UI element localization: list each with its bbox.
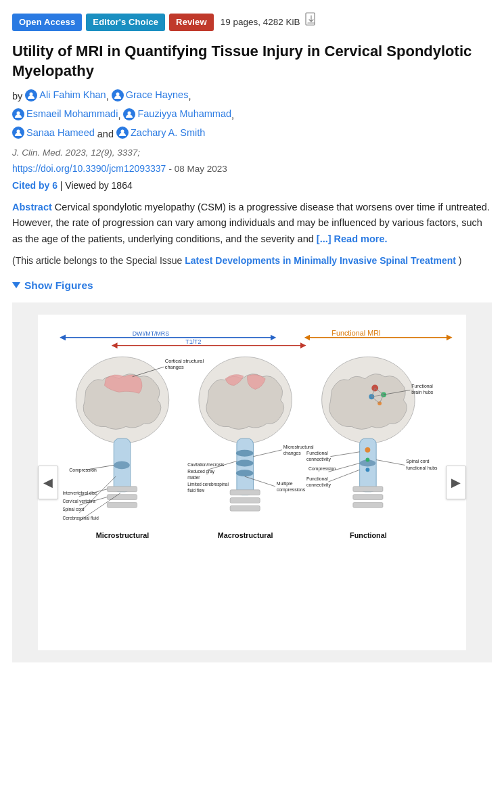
author-zachary-smith[interactable]: Zachary A. Smith — [116, 125, 205, 141]
svg-text:Functional: Functional — [306, 476, 328, 481]
page-wrapper: Open Access Editor's Choice Review 19 pa… — [0, 0, 504, 662]
svg-text:Compression: Compression — [308, 466, 336, 472]
svg-point-35 — [236, 450, 254, 457]
svg-line-72 — [376, 460, 405, 466]
author-icon-6 — [116, 127, 129, 139]
authors-prefix: by — [12, 91, 22, 102]
triangle-down-icon — [12, 282, 20, 288]
publish-date: - 08 May 2023 — [168, 164, 227, 174]
svg-text:Multiple: Multiple — [277, 481, 293, 487]
author-fauziyya-muhammad[interactable]: Fauziyya Muhammad — [123, 106, 231, 122]
figures-section: ◀ ▶ — [12, 302, 492, 662]
svg-text:Functional MRI: Functional MRI — [331, 329, 381, 337]
svg-point-3 — [17, 111, 20, 114]
pdf-download-icon[interactable] — [304, 12, 318, 32]
author-esmaeil-mohammadi[interactable]: Esmaeil Mohammadi — [12, 106, 118, 122]
authors-line: by Ali Fahim Khan, Grace Haynes, — [12, 87, 492, 104]
svg-text:Functional: Functional — [306, 451, 328, 455]
svg-line-75 — [330, 452, 359, 457]
svg-line-38 — [253, 450, 281, 457]
svg-rect-85 — [353, 503, 383, 508]
svg-text:changes: changes — [283, 451, 302, 456]
cite-views-row: Cited by 6 | Viewed by 1864 — [12, 179, 492, 193]
svg-text:Spinal cord: Spinal cord — [406, 459, 430, 465]
svg-text:Functional: Functional — [411, 384, 433, 389]
special-issue: (This article belongs to the Special Iss… — [12, 254, 492, 268]
svg-text:Microstructural: Microstructural — [96, 532, 150, 540]
read-more-link[interactable]: [...] Read more. — [317, 233, 388, 244]
svg-text:functional hubs: functional hubs — [406, 466, 438, 470]
special-issue-prefix: (This article belongs to the Special Iss… — [12, 255, 182, 266]
cited-by-label: Cited by 6 — [12, 180, 58, 191]
special-issue-link[interactable]: Latest Developments in Minimally Invasiv… — [185, 255, 456, 266]
doi-link[interactable]: https://doi.org/10.3390/jcm12093337 — [12, 163, 166, 174]
author-icon-2 — [112, 89, 124, 102]
pages-info: 19 pages, 4282 KiB — [221, 16, 300, 29]
svg-text:connectivity: connectivity — [306, 482, 331, 488]
svg-text:Cerebrospinal fluid: Cerebrospinal fluid — [63, 516, 99, 521]
svg-point-71 — [365, 468, 369, 472]
svg-line-80 — [328, 470, 359, 482]
svg-text:Cortical structural: Cortical structural — [165, 358, 204, 364]
svg-rect-21 — [107, 487, 137, 492]
special-issue-suffix: ) — [459, 255, 462, 266]
badge-open-access: Open Access — [12, 14, 82, 31]
author-icon-3 — [12, 108, 24, 120]
abstract-label: Abstract — [12, 202, 52, 212]
svg-point-70 — [365, 458, 369, 462]
authors-line-3: Sanaa Hameed and Zachary A. Smith — [12, 125, 492, 142]
author-icon-5 — [12, 127, 24, 139]
svg-text:fluid flow: fluid flow — [187, 488, 204, 493]
viewed-by: Viewed by 1864 — [65, 180, 132, 191]
svg-rect-84 — [353, 495, 383, 500]
abstract-section: Abstract Cervical spondylotic myelopathy… — [12, 200, 492, 247]
svg-point-2 — [116, 92, 119, 95]
svg-text:connectivity: connectivity — [306, 457, 331, 462]
svg-text:brain hubs: brain hubs — [411, 390, 434, 394]
svg-text:Reduced gray: Reduced gray — [187, 469, 215, 474]
svg-text:compressions: compressions — [277, 487, 306, 493]
figure-nav-right[interactable]: ▶ — [446, 466, 466, 499]
author-ali-fahim-khan[interactable]: Ali Fahim Khan — [25, 87, 106, 103]
svg-text:Spinal cord: Spinal cord — [63, 507, 85, 512]
show-figures-label: Show Figures — [24, 277, 93, 293]
author-sanaa-hameed[interactable]: Sanaa Hameed — [12, 125, 95, 141]
svg-point-5 — [17, 130, 20, 133]
svg-text:DWI/MT/MRS: DWI/MT/MRS — [133, 330, 170, 337]
article-title: Utility of MRI in Quantifying Tissue Inj… — [12, 42, 492, 81]
svg-point-69 — [365, 447, 370, 453]
svg-text:Intervertebral disc: Intervertebral disc — [63, 491, 97, 495]
badge-review: Review — [169, 14, 214, 31]
svg-text:Limited cerebrospinal: Limited cerebrospinal — [187, 482, 229, 487]
svg-text:changes: changes — [165, 364, 184, 370]
badge-editors-choice: Editor's Choice — [86, 14, 165, 31]
svg-text:Compression: Compression — [69, 468, 97, 473]
journal-info: J. Clin. Med. 2023, 12(9), 3337; — [12, 146, 492, 160]
svg-point-1 — [30, 92, 33, 95]
doi-row: https://doi.org/10.3390/jcm12093337 - 08… — [12, 161, 492, 177]
svg-rect-23 — [107, 503, 137, 508]
svg-point-6 — [121, 130, 124, 133]
svg-text:Macrostructural: Macrostructural — [218, 532, 273, 540]
figure-nav-left[interactable]: ◀ — [38, 466, 58, 499]
svg-rect-83 — [353, 487, 383, 492]
figures-inner: ◀ ▶ — [38, 315, 466, 650]
author-grace-haynes[interactable]: Grace Haynes — [112, 87, 189, 103]
figure-image: DWI/MT/MRS T1/T2 Functional MRI — [46, 325, 458, 637]
svg-text:T1/T2: T1/T2 — [185, 338, 201, 345]
svg-rect-51 — [230, 498, 260, 503]
authors-line-2: Esmaeil Mohammadi, Fauziyya Muhammad, — [12, 106, 492, 123]
badges-row: Open Access Editor's Choice Review 19 pa… — [12, 12, 492, 32]
svg-point-36 — [236, 460, 254, 467]
svg-rect-52 — [230, 505, 260, 511]
svg-text:Microstructural: Microstructural — [283, 445, 314, 449]
cited-by-link[interactable]: Cited by 6 — [12, 180, 58, 191]
author-icon-1 — [25, 89, 37, 102]
show-figures-toggle[interactable]: Show Figures — [12, 277, 492, 293]
svg-rect-34 — [237, 438, 254, 495]
svg-point-18 — [114, 461, 130, 470]
author-icon-4 — [123, 108, 135, 120]
abstract-body: Cervical spondylotic myelopathy (CSM) is… — [12, 202, 490, 244]
svg-point-37 — [236, 470, 254, 476]
svg-point-4 — [128, 111, 131, 114]
